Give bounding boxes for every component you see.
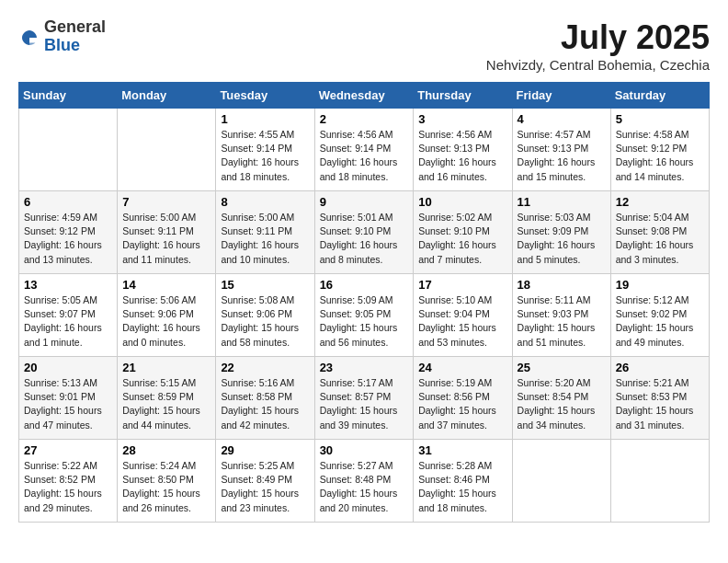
day-number: 12	[616, 195, 704, 209]
calendar-week-1: 1Sunrise: 4:55 AM Sunset: 9:14 PM Daylig…	[19, 109, 710, 191]
day-info: Sunrise: 4:55 AM Sunset: 9:14 PM Dayligh…	[221, 128, 309, 184]
day-number: 20	[24, 361, 112, 374]
title-area: July 2025 Nehvizdy, Central Bohemia, Cze…	[486, 18, 710, 73]
calendar-cell: 3Sunrise: 4:56 AM Sunset: 9:13 PM Daylig…	[414, 109, 512, 191]
day-info: Sunrise: 5:17 AM Sunset: 8:57 PM Dayligh…	[320, 376, 409, 432]
calendar-cell: 11Sunrise: 5:03 AM Sunset: 9:09 PM Dayli…	[512, 191, 610, 274]
calendar-week-4: 20Sunrise: 5:13 AM Sunset: 9:01 PM Dayli…	[19, 357, 710, 440]
day-info: Sunrise: 5:19 AM Sunset: 8:56 PM Dayligh…	[418, 376, 506, 432]
day-number: 11	[518, 195, 606, 209]
calendar-cell: 25Sunrise: 5:20 AM Sunset: 8:54 PM Dayli…	[512, 357, 610, 440]
calendar-week-2: 6Sunrise: 4:59 AM Sunset: 9:12 PM Daylig…	[19, 191, 710, 274]
col-header-saturday: Saturday	[610, 83, 709, 109]
calendar-header-row: SundayMondayTuesdayWednesdayThursdayFrid…	[19, 83, 710, 109]
calendar-cell: 20Sunrise: 5:13 AM Sunset: 9:01 PM Dayli…	[19, 357, 118, 440]
day-info: Sunrise: 5:10 AM Sunset: 9:04 PM Dayligh…	[418, 293, 506, 350]
calendar-cell	[118, 109, 216, 191]
day-number: 24	[418, 361, 506, 374]
day-number: 18	[518, 278, 606, 292]
logo-icon	[18, 27, 40, 49]
calendar-cell: 9Sunrise: 5:01 AM Sunset: 9:10 PM Daylig…	[314, 191, 414, 274]
calendar-cell: 22Sunrise: 5:16 AM Sunset: 8:58 PM Dayli…	[216, 357, 314, 440]
calendar-cell: 10Sunrise: 5:02 AM Sunset: 9:10 PM Dayli…	[414, 191, 512, 274]
calendar-cell: 8Sunrise: 5:00 AM Sunset: 9:11 PM Daylig…	[216, 191, 314, 274]
day-number: 23	[320, 361, 409, 374]
day-info: Sunrise: 5:13 AM Sunset: 9:01 PM Dayligh…	[24, 376, 112, 432]
col-header-sunday: Sunday	[19, 83, 118, 109]
day-number: 9	[320, 195, 409, 209]
day-info: Sunrise: 5:06 AM Sunset: 9:06 PM Dayligh…	[122, 293, 210, 350]
calendar-cell: 19Sunrise: 5:12 AM Sunset: 9:02 PM Dayli…	[610, 274, 709, 357]
logo-blue: Blue	[44, 37, 106, 55]
day-number: 2	[320, 112, 409, 126]
day-info: Sunrise: 5:01 AM Sunset: 9:10 PM Dayligh…	[320, 211, 409, 267]
day-info: Sunrise: 5:25 AM Sunset: 8:49 PM Dayligh…	[221, 459, 309, 515]
day-number: 31	[418, 443, 506, 457]
day-number: 17	[418, 278, 506, 292]
day-number: 8	[221, 195, 309, 209]
day-number: 21	[122, 361, 210, 374]
day-info: Sunrise: 5:28 AM Sunset: 8:46 PM Dayligh…	[418, 459, 506, 515]
calendar-cell: 4Sunrise: 4:57 AM Sunset: 9:13 PM Daylig…	[512, 109, 610, 191]
calendar-cell: 5Sunrise: 4:58 AM Sunset: 9:12 PM Daylig…	[610, 109, 709, 191]
day-number: 10	[418, 195, 506, 209]
calendar-cell: 24Sunrise: 5:19 AM Sunset: 8:56 PM Dayli…	[414, 357, 512, 440]
calendar-cell: 15Sunrise: 5:08 AM Sunset: 9:06 PM Dayli…	[216, 274, 314, 357]
day-info: Sunrise: 5:11 AM Sunset: 9:03 PM Dayligh…	[518, 293, 606, 350]
calendar-cell: 13Sunrise: 5:05 AM Sunset: 9:07 PM Dayli…	[19, 274, 118, 357]
calendar-cell: 26Sunrise: 5:21 AM Sunset: 8:53 PM Dayli…	[610, 357, 709, 440]
calendar-cell: 29Sunrise: 5:25 AM Sunset: 8:49 PM Dayli…	[216, 440, 314, 523]
calendar-cell: 16Sunrise: 5:09 AM Sunset: 9:05 PM Dayli…	[314, 274, 414, 357]
day-number: 14	[122, 278, 210, 292]
logo: General Blue	[18, 18, 106, 55]
day-number: 1	[221, 112, 309, 126]
calendar-cell	[512, 440, 610, 523]
day-info: Sunrise: 5:27 AM Sunset: 8:48 PM Dayligh…	[320, 459, 409, 515]
day-info: Sunrise: 5:15 AM Sunset: 8:59 PM Dayligh…	[122, 376, 210, 432]
calendar-cell: 28Sunrise: 5:24 AM Sunset: 8:50 PM Dayli…	[118, 440, 216, 523]
day-info: Sunrise: 5:20 AM Sunset: 8:54 PM Dayligh…	[518, 376, 606, 432]
day-info: Sunrise: 5:24 AM Sunset: 8:50 PM Dayligh…	[122, 459, 210, 515]
day-info: Sunrise: 4:57 AM Sunset: 9:13 PM Dayligh…	[518, 128, 606, 184]
calendar-cell: 30Sunrise: 5:27 AM Sunset: 8:48 PM Dayli…	[314, 440, 414, 523]
day-number: 13	[24, 278, 112, 292]
day-number: 16	[320, 278, 409, 292]
logo-text: General Blue	[44, 18, 106, 55]
calendar-week-3: 13Sunrise: 5:05 AM Sunset: 9:07 PM Dayli…	[19, 274, 710, 357]
calendar-week-5: 27Sunrise: 5:22 AM Sunset: 8:52 PM Dayli…	[19, 440, 710, 523]
day-info: Sunrise: 5:00 AM Sunset: 9:11 PM Dayligh…	[122, 211, 210, 267]
day-info: Sunrise: 5:08 AM Sunset: 9:06 PM Dayligh…	[221, 293, 309, 350]
location: Nehvizdy, Central Bohemia, Czechia	[486, 57, 710, 73]
calendar-cell: 7Sunrise: 5:00 AM Sunset: 9:11 PM Daylig…	[118, 191, 216, 274]
logo-general: General	[44, 18, 106, 37]
day-info: Sunrise: 5:09 AM Sunset: 9:05 PM Dayligh…	[320, 293, 409, 350]
day-info: Sunrise: 5:21 AM Sunset: 8:53 PM Dayligh…	[616, 376, 704, 432]
day-number: 22	[221, 361, 309, 374]
day-number: 7	[122, 195, 210, 209]
day-number: 28	[122, 443, 210, 457]
day-info: Sunrise: 5:00 AM Sunset: 9:11 PM Dayligh…	[221, 211, 309, 267]
day-info: Sunrise: 5:03 AM Sunset: 9:09 PM Dayligh…	[518, 211, 606, 267]
day-number: 6	[24, 195, 112, 209]
calendar-cell: 31Sunrise: 5:28 AM Sunset: 8:46 PM Dayli…	[414, 440, 512, 523]
col-header-friday: Friday	[512, 83, 610, 109]
day-number: 5	[616, 112, 704, 126]
day-number: 27	[24, 443, 112, 457]
calendar-cell: 14Sunrise: 5:06 AM Sunset: 9:06 PM Dayli…	[118, 274, 216, 357]
calendar-cell: 1Sunrise: 4:55 AM Sunset: 9:14 PM Daylig…	[216, 109, 314, 191]
day-number: 26	[616, 361, 704, 374]
col-header-thursday: Thursday	[414, 83, 512, 109]
day-info: Sunrise: 4:56 AM Sunset: 9:13 PM Dayligh…	[418, 128, 506, 184]
day-number: 3	[418, 112, 506, 126]
day-info: Sunrise: 4:59 AM Sunset: 9:12 PM Dayligh…	[24, 211, 112, 267]
calendar-cell: 17Sunrise: 5:10 AM Sunset: 9:04 PM Dayli…	[414, 274, 512, 357]
day-info: Sunrise: 4:56 AM Sunset: 9:14 PM Dayligh…	[320, 128, 409, 184]
day-info: Sunrise: 5:16 AM Sunset: 8:58 PM Dayligh…	[221, 376, 309, 432]
day-number: 15	[221, 278, 309, 292]
day-info: Sunrise: 5:05 AM Sunset: 9:07 PM Dayligh…	[24, 293, 112, 350]
calendar-cell: 6Sunrise: 4:59 AM Sunset: 9:12 PM Daylig…	[19, 191, 118, 274]
col-header-monday: Monday	[118, 83, 216, 109]
calendar-cell: 2Sunrise: 4:56 AM Sunset: 9:14 PM Daylig…	[314, 109, 414, 191]
month-year: July 2025	[486, 18, 710, 57]
calendar-cell	[19, 109, 118, 191]
